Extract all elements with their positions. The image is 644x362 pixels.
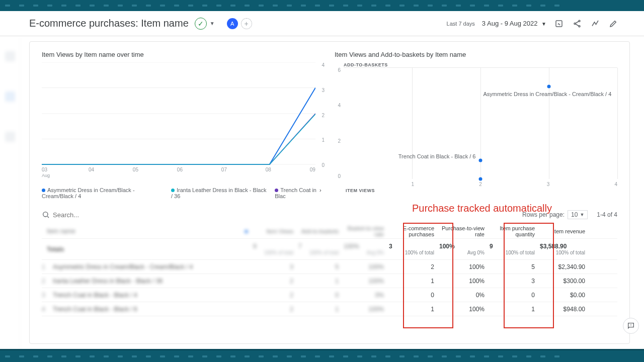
customize-report-icon[interactable] [553, 18, 565, 29]
scatter-point-label: Trench Coat in Black - Black / 6 [398, 153, 476, 159]
scatter-chart-panel: Item Views and Add-to-baskets by Item na… [335, 51, 617, 203]
add-comparison-button[interactable]: + [241, 18, 252, 29]
scatter-x-axis: 0 1 2 3 4 [344, 182, 617, 187]
svg-point-2 [574, 23, 576, 24]
scatter-x-label: ITEM VIEWS [346, 188, 375, 193]
svg-point-1 [579, 20, 580, 22]
rows-per-page-select[interactable]: 10 ▼ [568, 210, 588, 219]
page-indicator: 1-4 of 4 [597, 211, 617, 218]
date-range-label: Last 7 days [447, 21, 475, 27]
legend-prev-icon[interactable]: ‹ [309, 187, 318, 196]
left-rail [0, 11, 20, 349]
nav-icon-selected[interactable] [5, 92, 15, 102]
line-chart-title: Item Views by Item name over time [42, 51, 325, 58]
chevron-down-icon: ▼ [541, 21, 546, 27]
nav-icon[interactable] [5, 132, 15, 142]
line-chart-panel: Item Views by Item name over time 4 3 2 … [42, 51, 325, 203]
search-icon [42, 211, 50, 219]
edit-icon[interactable] [608, 18, 619, 29]
page-title: E-commerce purchases: Item name [29, 18, 189, 29]
scatter-y-label: ADD-TO-BASKETS [344, 62, 388, 67]
legend-next-icon[interactable]: › [319, 187, 329, 196]
chevron-down-icon[interactable]: ▼ [210, 21, 215, 26]
table-row[interactable]: 3Trench Coat in Black - Black / 4 2 0 0%… [42, 288, 617, 302]
scatter-point[interactable] [547, 84, 551, 88]
nav-icon[interactable] [5, 51, 15, 61]
report-card: Item Views by Item name over time 4 3 2 … [29, 41, 630, 344]
table-row[interactable]: 2Iranta Leather Dress in Black - Black /… [42, 274, 617, 288]
scatter-plot-area: Asymmetric Dress in Cream/Black - Cream/… [344, 67, 617, 179]
scatter-point-label: Asymmetric Dress in Cream/Black - Cream/… [483, 91, 611, 97]
annotation-overlay: Purchase tracked automatically [412, 203, 552, 214]
date-range-button[interactable]: 3 Aug - 9 Aug 2022 ▼ [482, 20, 546, 27]
scatter-point[interactable] [479, 177, 482, 181]
chevron-down-icon: ▼ [580, 212, 584, 217]
svg-point-9 [43, 212, 48, 217]
table-row[interactable]: 1Asymmetric Dress in Cream/Black - Cream… [42, 260, 617, 274]
data-table: Item name Item Views Add-to-baskets Bask… [30, 224, 629, 316]
search-input[interactable] [53, 211, 153, 219]
table-header: Item name Item Views Add-to-baskets Bask… [42, 224, 617, 239]
scatter-chart-title: Item Views and Add-to-baskets by Item na… [335, 51, 617, 58]
line-chart-svg [42, 62, 315, 165]
table-totals-row: Totals 9100% of total 7100% of total 100… [42, 239, 617, 260]
line-y-axis: 4 3 2 1 0 [318, 62, 325, 168]
check-icon[interactable]: ✓ [195, 18, 207, 30]
line-chart-legend: Asymmetric Dress in Cream/Black - Cream/… [42, 187, 325, 199]
feedback-button[interactable] [623, 318, 639, 334]
share-icon[interactable] [572, 18, 583, 29]
insights-icon[interactable] [590, 18, 601, 29]
page-header: E-commerce purchases: Item name ✓ ▼ A + … [0, 11, 644, 36]
comparison-badge[interactable]: A [227, 18, 238, 29]
scatter-point[interactable] [479, 159, 482, 162]
line-x-axis: 03Aug 04 05 06 07 08 09 [42, 167, 315, 178]
table-row[interactable]: 4Trench Coat in Black - Black / 6 2 1 10… [42, 302, 617, 316]
svg-point-3 [579, 25, 580, 27]
scatter-y-axis: 6 4 2 0 [335, 67, 341, 179]
